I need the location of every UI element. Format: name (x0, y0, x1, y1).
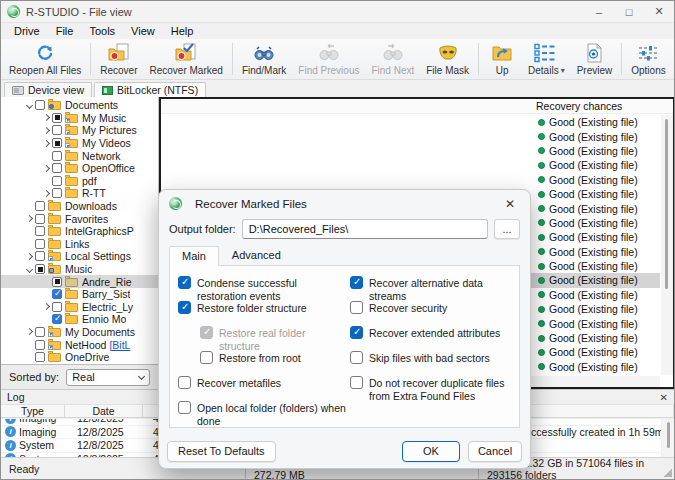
tree-checkbox[interactable] (35, 340, 45, 350)
tree-checkbox[interactable] (52, 163, 62, 173)
expand-arrow-icon[interactable] (24, 329, 35, 334)
option-checkbox-row[interactable]: Recover alternative data streams (350, 276, 511, 301)
checkbox-icon[interactable] (200, 351, 213, 364)
cancel-button[interactable]: Cancel (468, 441, 522, 462)
tree-checkbox[interactable] (35, 264, 45, 274)
tree-item[interactable]: My Videos (1, 137, 158, 150)
tree-item[interactable]: Ennio Mo (1, 313, 158, 326)
checkbox-icon[interactable] (178, 376, 191, 389)
tree-item[interactable]: OpenOffice (1, 162, 158, 175)
tree-item[interactable]: NetHood [BitL (1, 338, 158, 351)
details-dropdown-icon[interactable]: ▾ (561, 66, 565, 75)
tree-checkbox[interactable] (52, 113, 62, 123)
log-close-icon[interactable]: ✕ (660, 392, 668, 403)
preview-button[interactable]: Preview (571, 40, 619, 78)
recover-button[interactable]: Recover (94, 40, 143, 78)
tree-item[interactable]: Downloads (1, 200, 158, 213)
tree-checkbox[interactable] (35, 239, 45, 249)
menu-file[interactable]: File (49, 24, 81, 38)
expand-arrow-icon[interactable] (24, 216, 35, 221)
tab-advanced[interactable]: Advanced (219, 245, 294, 265)
tree-item[interactable]: Links (1, 238, 158, 251)
reopen-all-files-button[interactable]: Reopen All Files (3, 40, 87, 78)
menu-view[interactable]: View (124, 24, 162, 38)
checkbox-icon[interactable] (350, 301, 363, 314)
tree-checkbox[interactable] (52, 176, 62, 186)
tree-item[interactable]: Andre_Rie (1, 275, 158, 288)
option-checkbox-row[interactable]: Recover metafiles (178, 376, 346, 401)
expand-arrow-icon[interactable] (41, 304, 52, 309)
option-checkbox-row[interactable]: Restore real folder structure (200, 326, 346, 351)
tree-checkbox[interactable] (52, 151, 62, 161)
option-checkbox-row[interactable]: Skip files with bad sectors (350, 351, 511, 376)
tree-checkbox[interactable] (52, 289, 62, 299)
menu-drive[interactable]: Drive (7, 24, 47, 38)
tab-main[interactable]: Main (169, 246, 219, 266)
checkbox-icon[interactable] (350, 326, 363, 339)
expand-arrow-icon[interactable] (41, 128, 52, 133)
tree-checkbox[interactable] (35, 327, 45, 337)
expand-arrow-icon[interactable] (41, 166, 52, 171)
file-mask-button[interactable]: File Mask (420, 40, 475, 78)
checkbox-icon[interactable] (350, 276, 363, 289)
expand-arrow-icon[interactable] (41, 141, 52, 146)
option-checkbox-row[interactable]: Open local folder (folders) when done (178, 401, 346, 426)
tree-item[interactable]: My Documents (1, 326, 158, 339)
expand-arrow-icon[interactable] (24, 267, 35, 272)
menu-help[interactable]: Help (164, 24, 201, 38)
tree-item[interactable]: Music (1, 263, 158, 276)
option-checkbox-row[interactable]: Do not recover duplicate files from Extr… (350, 376, 511, 401)
tree-checkbox[interactable] (52, 277, 62, 287)
log-col-type[interactable]: Type (1, 405, 65, 417)
expand-arrow-icon[interactable] (41, 115, 52, 120)
tree-item[interactable]: Favorites (1, 212, 158, 225)
minimize-button[interactable]: – (584, 1, 614, 22)
tree-checkbox[interactable] (35, 214, 45, 224)
tree-checkbox[interactable] (35, 226, 45, 236)
tree-item[interactable]: Barry_Sist (1, 288, 158, 301)
option-checkbox-row[interactable]: Recover security (350, 301, 511, 326)
tree-item[interactable]: OneDrive (1, 351, 158, 363)
option-checkbox-row[interactable]: Restore from root (200, 351, 346, 376)
recover-marked-button[interactable]: Recover Marked (144, 40, 229, 78)
tab-bitlocker-volume[interactable]: BitLocker (NTFS) (94, 82, 206, 97)
options-button[interactable]: Options (625, 40, 671, 78)
reset-to-defaults-button[interactable]: Reset To Defaults (167, 441, 276, 462)
file-row[interactable]: Good (Existing file) (161, 144, 660, 158)
file-row[interactable]: Good (Existing file) (161, 115, 660, 129)
maximize-button[interactable]: □ (614, 1, 644, 22)
checkbox-icon[interactable] (178, 401, 191, 414)
tree-checkbox[interactable] (52, 188, 62, 198)
expand-arrow-icon[interactable] (41, 191, 52, 196)
option-checkbox-row[interactable]: Restore folder structure (178, 301, 346, 326)
tree-item[interactable]: Network (1, 149, 158, 162)
column-header-recovery-chances[interactable]: Recovery chances (161, 99, 673, 114)
tree-item-link[interactable]: [BitL (109, 339, 130, 351)
tree-item[interactable]: My Music (1, 112, 158, 125)
checkbox-icon[interactable] (178, 276, 191, 289)
checkbox-icon[interactable] (200, 326, 213, 339)
tree-item[interactable]: pdf (1, 175, 158, 188)
output-folder-input[interactable]: D:\Recovered_Files\ (242, 219, 488, 239)
dialog-close-icon[interactable]: ✕ (500, 197, 520, 211)
option-checkbox-row[interactable]: Condense successful restoration events (178, 276, 346, 301)
tree-item[interactable]: Local Settings (1, 250, 158, 263)
expand-arrow-icon[interactable] (24, 103, 35, 108)
tree-checkbox[interactable] (35, 251, 45, 261)
checkbox-icon[interactable] (350, 376, 363, 389)
expand-arrow-icon[interactable] (24, 254, 35, 259)
browse-button[interactable]: ... (494, 219, 520, 239)
tree-checkbox[interactable] (52, 138, 62, 148)
file-row[interactable]: Good (Existing file) (161, 129, 660, 143)
tree-checkbox[interactable] (52, 302, 62, 312)
menu-tools[interactable]: Tools (82, 24, 122, 38)
tree-item[interactable]: My Pictures (1, 124, 158, 137)
file-row[interactable]: Good (Existing file) (161, 173, 660, 187)
tree-checkbox[interactable] (35, 352, 45, 362)
ok-button[interactable]: OK (402, 441, 460, 462)
vertical-scrollbar[interactable] (661, 115, 673, 375)
tree-item[interactable]: R-TT (1, 187, 158, 200)
tree-item[interactable]: Documents (1, 99, 158, 112)
tab-device-view[interactable]: Device view (4, 82, 92, 97)
checkbox-icon[interactable] (178, 301, 191, 314)
